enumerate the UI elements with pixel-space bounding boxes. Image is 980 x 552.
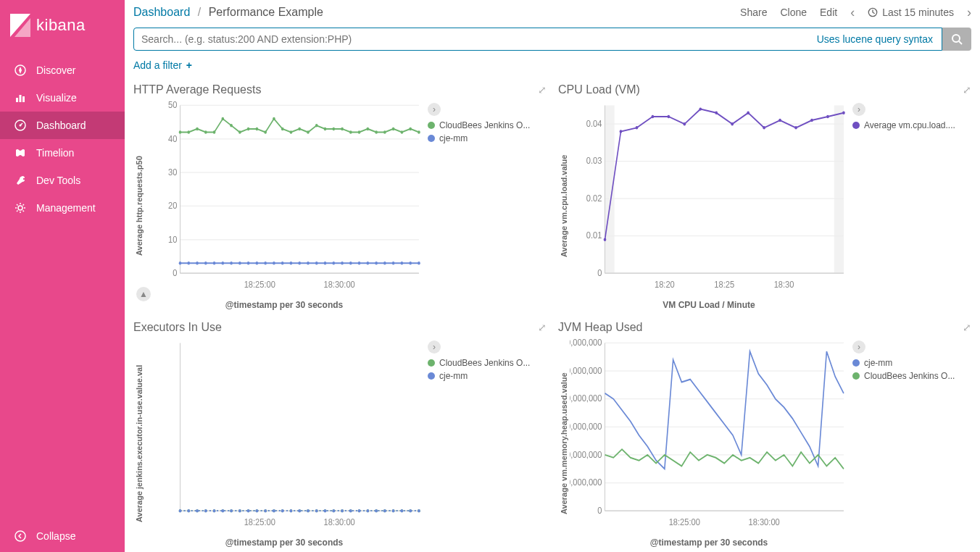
svg-point-150: [179, 509, 182, 512]
time-prev-button[interactable]: ‹: [850, 5, 855, 20]
legend-toggle[interactable]: ›: [428, 103, 441, 116]
legend-item[interactable]: CloudBees Jenkins O...: [852, 371, 971, 381]
svg-point-69: [298, 262, 301, 264]
logo[interactable]: kibana: [0, 0, 125, 51]
share-button[interactable]: Share: [740, 7, 767, 18]
expand-panel-icon[interactable]: ⤢: [963, 322, 971, 333]
edit-button[interactable]: Edit: [820, 7, 837, 18]
svg-point-101: [604, 238, 607, 241]
svg-point-109: [731, 122, 734, 125]
sidebar-item-devtools[interactable]: Dev Tools: [0, 167, 125, 194]
svg-point-33: [238, 130, 241, 133]
svg-point-111: [763, 126, 765, 129]
svg-point-169: [341, 509, 344, 512]
legend-dot: [428, 122, 435, 129]
time-picker[interactable]: Last 15 minutes: [868, 7, 954, 18]
svg-point-168: [332, 509, 335, 512]
clone-button[interactable]: Clone: [780, 7, 807, 18]
svg-point-170: [349, 509, 352, 512]
add-filter-button[interactable]: Add a filter +: [133, 59, 192, 71]
search-input[interactable]: [134, 28, 808, 50]
chart-exec[interactable]: 18:25:0018:30:00: [145, 338, 423, 536]
chevron-left-circle-icon: [14, 530, 26, 542]
expand-panel-icon[interactable]: ⤢: [538, 84, 547, 96]
svg-point-51: [392, 127, 395, 130]
legend-toggle[interactable]: ›: [852, 340, 865, 354]
collapse-label: Collapse: [36, 530, 75, 542]
legend-dot: [428, 135, 435, 142]
legend-toggle[interactable]: ›: [852, 103, 865, 116]
sidebar-item-dashboard[interactable]: Dashboard: [0, 112, 125, 139]
legend-item[interactable]: cje-mm: [428, 133, 547, 143]
gear-icon: [14, 202, 26, 214]
svg-point-46: [349, 130, 352, 133]
svg-point-177: [409, 509, 412, 512]
legend-item[interactable]: CloudBees Jenkins O...: [428, 358, 547, 368]
svg-point-162: [281, 509, 284, 512]
chart-cpu[interactable]: 00.010.020.030.0418:2018:2518:30: [570, 100, 848, 298]
svg-point-53: [409, 127, 412, 130]
bar-chart-icon: [14, 92, 26, 104]
sidebar-item-discover[interactable]: Discover: [0, 57, 125, 84]
svg-text:0.03: 0.03: [586, 155, 602, 166]
svg-text:500,000,000: 500,000,000: [570, 365, 602, 376]
legend-item[interactable]: CloudBees Jenkins O...: [428, 120, 547, 130]
sidebar-item-timelion[interactable]: Timelion: [0, 139, 125, 167]
svg-rect-84: [605, 105, 615, 273]
expand-panel-icon[interactable]: ⤢: [538, 322, 547, 333]
svg-point-48: [367, 127, 370, 130]
chart-jvm[interactable]: 0100,000,000200,000,000300,000,000400,00…: [570, 338, 848, 536]
svg-point-5: [20, 125, 22, 127]
sidebar-item-visualize[interactable]: Visualize: [0, 84, 125, 112]
svg-point-68: [290, 262, 293, 264]
svg-point-155: [222, 509, 225, 512]
svg-point-52: [401, 130, 404, 133]
panel-http-requests: HTTP Average Requests ⤢ Average http.req…: [128, 77, 552, 314]
panel-collapse-toggle[interactable]: ▲: [136, 287, 151, 301]
svg-point-42: [315, 124, 318, 127]
lucene-hint-link[interactable]: Uses lucene query syntax: [808, 33, 942, 45]
collapse-sidebar[interactable]: Collapse: [0, 520, 125, 552]
svg-point-161: [273, 509, 275, 512]
svg-point-39: [290, 130, 293, 133]
gauge-icon: [14, 120, 26, 131]
svg-point-55: [179, 262, 182, 264]
search-button[interactable]: [942, 28, 971, 51]
legend-label: CloudBees Jenkins O...: [439, 120, 530, 130]
search-row: Uses lucene query syntax: [125, 25, 980, 57]
dashboard-panels: HTTP Average Requests ⤢ Average http.req…: [125, 77, 980, 552]
legend-toggle[interactable]: ›: [428, 340, 441, 354]
top-actions: Share Clone Edit ‹ Last 15 minutes ›: [740, 5, 971, 20]
svg-rect-1: [16, 98, 18, 102]
time-next-button[interactable]: ›: [967, 5, 971, 20]
svg-point-167: [324, 509, 327, 512]
svg-text:600,000,000: 600,000,000: [570, 338, 602, 348]
legend-item[interactable]: Average vm.cpu.load....: [852, 120, 971, 130]
svg-point-35: [256, 127, 259, 130]
expand-panel-icon[interactable]: ⤢: [963, 84, 971, 96]
plus-icon: +: [186, 59, 192, 71]
sidebar-item-management[interactable]: Management: [0, 194, 125, 222]
legend-item[interactable]: cje-mm: [852, 358, 971, 368]
svg-point-7: [15, 531, 25, 541]
svg-rect-85: [834, 105, 844, 273]
breadcrumb-root[interactable]: Dashboard: [133, 6, 190, 18]
svg-point-54: [418, 130, 420, 133]
legend: › CloudBees Jenkins O... cje-mm: [423, 338, 547, 549]
svg-point-160: [264, 509, 267, 512]
legend-item[interactable]: cje-mm: [428, 371, 547, 381]
chart-http[interactable]: 0102030405018:25:0018:30:00: [145, 100, 423, 298]
svg-text:400,000,000: 400,000,000: [570, 393, 602, 403]
breadcrumb-sep: /: [198, 6, 201, 18]
topbar: Dashboard / Performance Example Share Cl…: [125, 0, 980, 25]
compass-icon: [14, 64, 26, 76]
y-axis-label: Average jenkins.executor.in-use.value.va…: [133, 338, 145, 549]
svg-point-112: [778, 119, 781, 122]
legend: › CloudBees Jenkins O... cje-mm: [423, 100, 547, 311]
svg-point-31: [222, 117, 225, 120]
svg-point-164: [298, 509, 301, 512]
legend-dot: [428, 372, 435, 380]
panel-jvm-heap: JVM Heap Used ⤢ Average vm.memory.heap.u…: [552, 314, 977, 552]
panel-cpu-load: CPU Load (VM) ⤢ Average vm.cpu.load.valu…: [552, 77, 977, 314]
svg-point-66: [273, 262, 275, 264]
